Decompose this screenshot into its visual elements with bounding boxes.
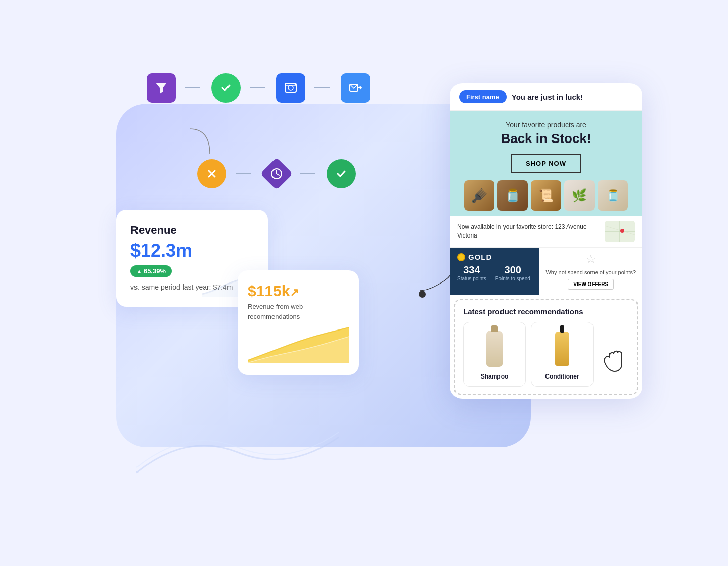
spend-points-value: 300 xyxy=(495,264,530,276)
shampoo-product: Shampoo xyxy=(463,322,526,387)
check-icon-1 xyxy=(211,73,241,103)
loyalty-row: GOLD 334 Status points 300 Points to spe… xyxy=(450,248,642,295)
rec-desc: Revenue from web recommendations xyxy=(248,302,349,321)
connector-line xyxy=(369,260,460,301)
connector-dot xyxy=(419,291,426,298)
workflow-top xyxy=(147,73,370,103)
bg-curve-decoration xyxy=(136,422,339,483)
scene: Revenue $12.3m 65,39% vs. same period la… xyxy=(86,43,642,523)
spend-points-label: Points to spend xyxy=(495,276,530,281)
email-subject: You are just in luck! xyxy=(512,92,583,101)
status-points-label: Status points xyxy=(457,276,486,281)
revenue-amount: $12.3m xyxy=(130,240,254,261)
email-header: First name You are just in luck! xyxy=(450,83,642,111)
filter-icon xyxy=(147,73,176,103)
loyalty-offers: ☆ Why not spend some of your points? VIE… xyxy=(539,248,642,295)
connector-curve xyxy=(185,124,235,174)
status-points: 334 Status points xyxy=(457,264,486,281)
revenue-title: Revenue xyxy=(130,224,254,237)
arrow-1 xyxy=(185,87,202,88)
cotton-product-img: 🌿 xyxy=(564,180,595,211)
revenue-badge: 65,39% xyxy=(130,265,172,277)
brush-product-img: 🪮 xyxy=(464,180,494,211)
rec-card: $115k Revenue from web recommendations xyxy=(238,270,359,375)
grab-hand-icon xyxy=(599,346,629,387)
first-name-badge: First name xyxy=(459,90,507,103)
latest-products-section: Latest product recommendations Shampoo C… xyxy=(454,299,638,395)
view-offers-button[interactable]: VIEW OFFERS xyxy=(568,279,614,290)
loyalty-status: GOLD 334 Status points 300 Points to spe… xyxy=(450,248,539,295)
conditioner-bottle-icon xyxy=(555,332,569,366)
svg-point-2 xyxy=(288,85,293,90)
shampoo-visual xyxy=(479,328,510,369)
shampoo-name: Shampoo xyxy=(468,373,521,380)
arrow-2 xyxy=(250,87,267,88)
star-icon: ☆ xyxy=(586,253,596,266)
hero-title: Back in Stock! xyxy=(460,131,632,147)
arrow-4 xyxy=(236,173,253,174)
conditioner-product: Conditioner xyxy=(531,322,594,387)
store-row: Now available in your favorite store: 12… xyxy=(450,216,642,248)
svg-line-12 xyxy=(277,174,279,175)
rec-chart xyxy=(248,327,349,363)
gold-coin-icon xyxy=(457,253,465,261)
hero-sub: Your favorite products are xyxy=(460,121,632,129)
points-row: 334 Status points 300 Points to spend xyxy=(457,264,532,281)
latest-products-title: Latest product recommendations xyxy=(463,307,629,316)
svg-point-17 xyxy=(620,229,624,233)
shop-now-button[interactable]: SHOP NOW xyxy=(511,154,581,173)
arrow-5 xyxy=(300,173,317,174)
hero-products: 🪮 🫙 📜 🌿 🫙 xyxy=(460,180,632,211)
cream-product-img: 🫙 xyxy=(598,180,628,211)
roll-product-img: 📜 xyxy=(531,180,561,211)
conditioner-name: Conditioner xyxy=(535,373,589,380)
conditioner-visual xyxy=(547,328,577,369)
offer-text: Why not spend some of your points? xyxy=(545,269,636,276)
email-preview-card: First name You are just in luck! Your fa… xyxy=(450,83,642,399)
web-icon xyxy=(276,73,305,103)
spend-points: 300 Points to spend xyxy=(495,264,530,281)
store-text: Now available in your favorite store: 12… xyxy=(457,223,600,240)
gold-badge: GOLD xyxy=(457,253,532,261)
arrow-3 xyxy=(314,87,332,88)
svg-marker-0 xyxy=(156,83,167,94)
map-thumbnail xyxy=(605,221,635,242)
check-icon-2 xyxy=(327,159,356,188)
rec-amount: $115k xyxy=(248,282,349,300)
product-grid: Shampoo Conditioner xyxy=(463,322,629,387)
email-hero: Your favorite products are Back in Stock… xyxy=(450,111,642,216)
bottles-product-img: 🫙 xyxy=(497,180,528,211)
gold-label: GOLD xyxy=(468,253,492,261)
svg-rect-1 xyxy=(285,83,296,92)
status-points-value: 334 xyxy=(457,264,486,276)
email-send-icon xyxy=(341,73,370,103)
shampoo-bottle-icon xyxy=(486,331,503,367)
